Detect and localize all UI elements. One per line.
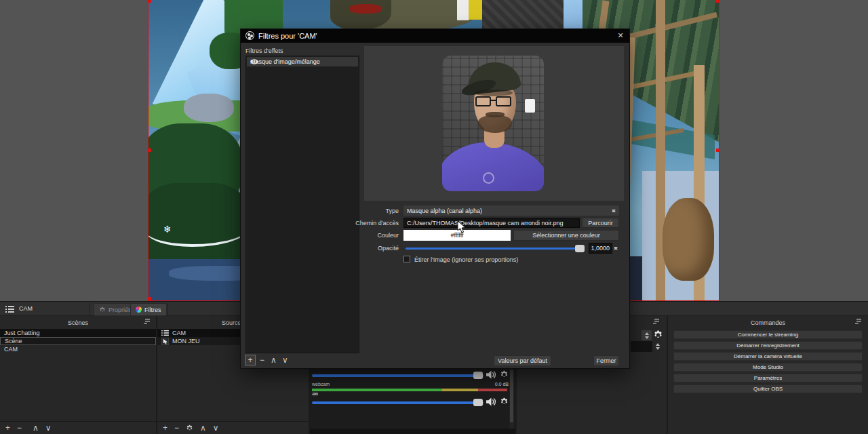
dialog-title: Filtres pour 'CAM'	[258, 32, 317, 40]
filters-button-label: Filtres	[144, 307, 161, 313]
rock	[184, 94, 234, 122]
transition-duration-arrows[interactable]	[652, 341, 663, 352]
speaker-icon[interactable]	[486, 370, 496, 379]
opacity-slider-handle[interactable]	[575, 245, 585, 252]
selection-handle-bottom-left[interactable]	[149, 297, 151, 300]
mixer-scrollbar-thumb[interactable]	[510, 370, 513, 422]
mixer-bottom-strip	[310, 429, 515, 434]
filters-list[interactable]: Masque d'image/mélange	[245, 56, 359, 353]
stretch-image-checkbox[interactable]	[403, 256, 410, 262]
move-scene-down-icon[interactable]: ∨	[45, 423, 52, 433]
close-dialog-button[interactable]: Fermer	[593, 355, 619, 366]
volume-meter	[312, 389, 507, 391]
dock-divider[interactable]	[667, 316, 668, 434]
red-patch	[349, 4, 382, 14]
move-filter-down-button[interactable]: ∨	[282, 355, 288, 365]
volume-slider-track[interactable]	[312, 374, 484, 377]
filter-item-image-mask[interactable]: Masque d'image/mélange	[247, 57, 358, 66]
image-path-value: C:/Users/THOMAS/Desktop/masque cam arron…	[407, 220, 564, 226]
filters-icon	[136, 307, 142, 313]
close-icon[interactable]: ✕	[615, 31, 626, 40]
obs-main-window: ❄ CAM	[0, 0, 868, 434]
webcam-preview-image	[442, 56, 544, 191]
sources-dock-toolbar: + − ∧ ∨	[157, 421, 309, 434]
start-virtual-camera-button[interactable]: Démarrer la caméra virtuelle	[673, 352, 863, 361]
opacity-slider-track[interactable]	[406, 248, 585, 250]
filters-button[interactable]: Filtres	[130, 303, 167, 316]
path-label: Chemin d'accès	[331, 220, 399, 226]
image-path-input[interactable]: C:/Users/THOMAS/Desktop/masque cam arron…	[403, 218, 580, 228]
browse-button[interactable]: Parcourir	[582, 218, 619, 228]
type-label: Type	[331, 208, 399, 214]
scene-label: CAM	[4, 346, 18, 353]
photo-shirt	[442, 142, 544, 191]
select-color-button[interactable]: Sélectionner une couleur	[513, 230, 619, 241]
photo-glasses-right	[496, 96, 511, 106]
mask-type-select[interactable]: Masque alpha (canal alpha)	[403, 205, 619, 216]
game-capture-icon	[161, 338, 169, 345]
selection-handle-top-right[interactable]	[716, 0, 719, 3]
start-streaming-button[interactable]: Commencer le streaming	[673, 330, 863, 339]
transitions-dock-menu-icon[interactable]	[653, 319, 659, 325]
scene-item-scene[interactable]: Scène	[0, 337, 156, 345]
obs-logo-icon	[245, 31, 254, 40]
toolbar-separator	[167, 303, 168, 315]
move-scene-up-icon[interactable]: ∧	[33, 423, 39, 433]
commands-dock-menu-icon[interactable]	[855, 319, 861, 325]
scenes-dock-menu-icon[interactable]	[144, 319, 150, 325]
dialog-titlebar[interactable]: Filtres pour 'CAM' ✕	[241, 29, 629, 43]
add-filter-button[interactable]: +	[245, 355, 256, 366]
add-scene-icon[interactable]: +	[5, 423, 10, 433]
move-source-up-icon[interactable]: ∧	[200, 423, 206, 433]
select-color-button-label: Sélectionner une couleur	[532, 232, 600, 239]
mixer-gear-icon[interactable]	[500, 370, 509, 379]
mixer-gear-icon[interactable]	[500, 397, 509, 406]
browse-button-label: Parcourir	[588, 220, 613, 226]
volume-slider-handle-2[interactable]	[473, 399, 483, 406]
remove-filter-button[interactable]: −	[260, 355, 264, 365]
mouse-cursor	[457, 220, 467, 234]
volume-slider-handle[interactable]	[473, 372, 483, 379]
transition-gear-icon[interactable]	[653, 330, 663, 340]
opacity-label: Opacité	[331, 245, 399, 252]
volume-slider-track-2[interactable]	[312, 401, 484, 404]
defaults-button[interactable]: Valeurs par défaut	[494, 355, 551, 366]
filter-preview-pane	[364, 46, 624, 201]
white-label	[457, 0, 469, 20]
move-source-down-icon[interactable]: ∨	[213, 423, 219, 433]
opacity-spinner-arrows[interactable]	[612, 243, 619, 254]
photo-beard	[478, 115, 512, 133]
source-label: CAM	[172, 330, 186, 336]
start-recording-button[interactable]: Démarrer l'enregistrement	[673, 341, 863, 350]
effects-filters-label: Filtres d'effets	[245, 47, 283, 54]
scenes-dock-header: Scènes	[0, 317, 156, 328]
commands-dock-header: Commandes	[668, 317, 868, 328]
source-properties-gear-icon[interactable]	[186, 425, 193, 432]
transition-duration-field[interactable]	[631, 341, 652, 352]
defaults-button-label: Valeurs par défaut	[498, 357, 547, 364]
selection-handle-left[interactable]	[149, 149, 151, 152]
remove-source-icon[interactable]: −	[174, 423, 179, 433]
quit-obs-button[interactable]: Quitter OBS	[673, 384, 863, 393]
mixer-track-name: webcam	[312, 382, 330, 387]
speaker-icon[interactable]	[486, 397, 496, 406]
studio-mode-button[interactable]: Mode Studio	[673, 363, 863, 372]
scenes-dock-title: Scènes	[68, 319, 88, 326]
remove-scene-icon[interactable]: −	[17, 423, 22, 433]
selection-handle-right[interactable]	[716, 149, 719, 152]
settings-button[interactable]: Paramètres	[673, 374, 863, 382]
mask-type-select-arrows[interactable]	[609, 205, 618, 216]
opacity-value-input[interactable]: 1,0000	[589, 243, 612, 254]
photo-shirt-logo	[483, 172, 494, 184]
move-filter-up-button[interactable]: ∧	[271, 355, 277, 365]
transition-combo-arrows[interactable]	[642, 330, 652, 340]
selection-handle-top-left[interactable]	[149, 0, 151, 3]
mask-type-value: Masque alpha (canal alpha)	[407, 208, 482, 214]
acoustic-foam	[482, 0, 565, 31]
photo-light-panel	[525, 99, 535, 113]
scenes-dock-toolbar: + − ∧ ∨	[0, 421, 156, 434]
scene-item-cam[interactable]: CAM	[0, 345, 156, 353]
yellow-label	[469, 0, 482, 20]
add-source-icon[interactable]: +	[163, 423, 167, 433]
scene-item-just-chatting[interactable]: Just Chatting	[0, 329, 156, 337]
